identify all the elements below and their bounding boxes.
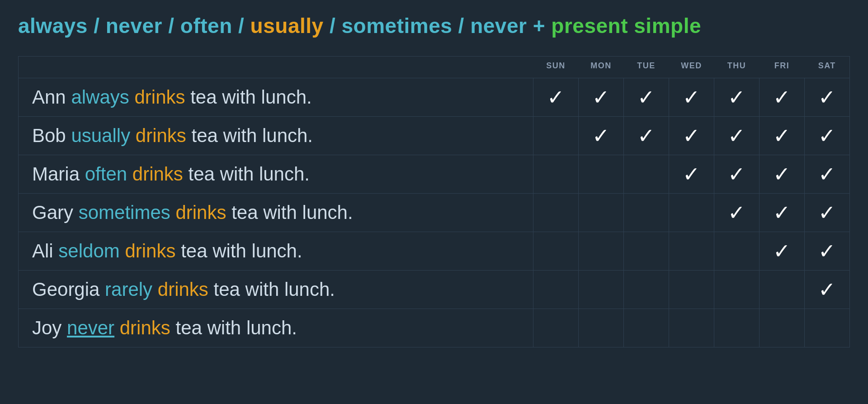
sentence-cell-5: Georgia rarely drinks tea with lunch.: [19, 271, 533, 309]
check-cell-row3-col6: ✓: [805, 194, 850, 232]
check-cell-row2-col6: ✓: [805, 155, 850, 194]
check-cell-row6-col1: [579, 309, 624, 347]
check-cell-row5-col4: [714, 271, 760, 309]
check-cell-row6-col5: [760, 309, 805, 347]
check-cell-row0-col4: ✓: [714, 78, 760, 117]
check-cell-row2-col0: [533, 155, 579, 194]
check-cell-row1-col2: ✓: [624, 117, 669, 155]
check-cell-row6-col6: [805, 309, 850, 347]
check-cell-row1-col3: ✓: [669, 117, 714, 155]
check-cell-row1-col5: ✓: [760, 117, 805, 155]
check-cell-row3-col0: [533, 194, 579, 232]
check-cell-row5-col3: [669, 271, 714, 309]
sentence-cell-4: Ali seldom drinks tea with lunch.: [19, 232, 533, 271]
table-row: Joy never drinks tea with lunch.: [19, 309, 850, 347]
check-cell-row5-col2: [624, 271, 669, 309]
check-cell-row4-col6: ✓: [805, 232, 850, 271]
table-row: Bob usually drinks tea with lunch.✓✓✓✓✓✓: [19, 117, 850, 155]
check-cell-row3-col1: [579, 194, 624, 232]
check-cell-row2-col4: ✓: [714, 155, 760, 194]
check-cell-row0-col2: ✓: [624, 78, 669, 117]
day-header-mon: MON: [579, 57, 624, 78]
day-header-tue: TUE: [624, 57, 669, 78]
check-cell-row6-col2: [624, 309, 669, 347]
check-cell-row4-col2: [624, 232, 669, 271]
day-header-sat: SAT: [805, 57, 850, 78]
table-row: Ali seldom drinks tea with lunch.✓✓: [19, 232, 850, 271]
check-cell-row0-col1: ✓: [579, 78, 624, 117]
day-header-thu: THU: [714, 57, 760, 78]
check-cell-row5-col0: [533, 271, 579, 309]
sentence-cell-1: Bob usually drinks tea with lunch.: [19, 117, 533, 155]
check-cell-row1-col0: [533, 117, 579, 155]
check-cell-row0-col5: ✓: [760, 78, 805, 117]
check-cell-row4-col4: [714, 232, 760, 271]
table-row: Gary sometimes drinks tea with lunch.✓✓✓: [19, 194, 850, 232]
check-cell-row5-col1: [579, 271, 624, 309]
check-cell-row4-col0: [533, 232, 579, 271]
check-cell-row3-col2: [624, 194, 669, 232]
check-cell-row1-col6: ✓: [805, 117, 850, 155]
check-cell-row3-col3: [669, 194, 714, 232]
check-cell-row2-col2: [624, 155, 669, 194]
sentence-cell-6: Joy never drinks tea with lunch.: [19, 309, 533, 347]
day-header-sun: SUN: [533, 57, 579, 78]
check-cell-row6-col3: [669, 309, 714, 347]
table-row: Ann always drinks tea with lunch.✓✓✓✓✓✓✓: [19, 78, 850, 117]
check-cell-row6-col4: [714, 309, 760, 347]
check-cell-row3-col5: ✓: [760, 194, 805, 232]
frequency-table: SUNMONTUEWEDTHUFRISAT Ann always drinks …: [18, 56, 850, 347]
check-cell-row4-col5: ✓: [760, 232, 805, 271]
check-cell-row0-col6: ✓: [805, 78, 850, 117]
check-cell-row1-col1: ✓: [579, 117, 624, 155]
check-cell-row0-col0: ✓: [533, 78, 579, 117]
day-header-fri: FRI: [760, 57, 805, 78]
check-cell-row2-col5: ✓: [760, 155, 805, 194]
sentence-cell-0: Ann always drinks tea with lunch.: [19, 78, 533, 117]
check-cell-row4-col1: [579, 232, 624, 271]
table-row: Maria often drinks tea with lunch.✓✓✓✓: [19, 155, 850, 194]
check-cell-row6-col0: [533, 309, 579, 347]
check-cell-row0-col3: ✓: [669, 78, 714, 117]
day-header-wed: WED: [669, 57, 714, 78]
check-cell-row4-col3: [669, 232, 714, 271]
check-cell-row3-col4: ✓: [714, 194, 760, 232]
header-title: always / never / often / usually / somet…: [18, 14, 701, 38]
check-cell-row5-col5: [760, 271, 805, 309]
check-cell-row1-col4: ✓: [714, 117, 760, 155]
sentence-cell-3: Gary sometimes drinks tea with lunch.: [19, 194, 533, 232]
check-cell-row2-col3: ✓: [669, 155, 714, 194]
sentence-cell-2: Maria often drinks tea with lunch.: [19, 155, 533, 194]
check-cell-row5-col6: ✓: [805, 271, 850, 309]
check-cell-row2-col1: [579, 155, 624, 194]
table-row: Georgia rarely drinks tea with lunch.✓: [19, 271, 850, 309]
